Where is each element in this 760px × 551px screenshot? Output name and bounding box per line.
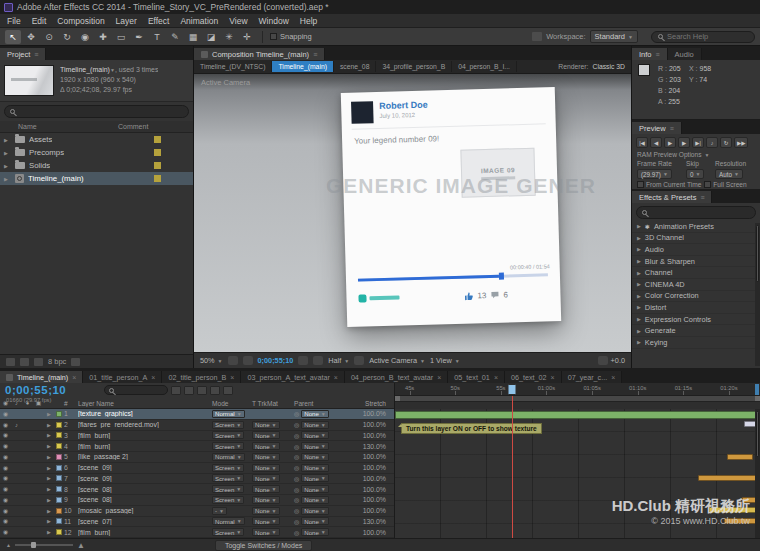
video-switch[interactable]: ◉ [0,443,11,449]
timeline-tracks-area[interactable]: 45s50s55s01:00s01:05s01:10s01:15s01:20s … [394,383,760,538]
exposure-value[interactable]: +0.0 [611,356,625,365]
label-color-chip[interactable] [56,518,62,524]
close-icon[interactable]: × [151,374,155,381]
parent-dropdown[interactable]: None▼ [301,421,329,429]
fx-category[interactable]: ▶Color Correction [632,291,760,303]
comp-tab[interactable]: scene_08 [334,61,376,72]
pickwhip-icon[interactable]: ◎ [294,464,299,471]
timeline-tab[interactable]: 03_person_A_text_avatar× [241,371,344,383]
first-frame-button[interactable]: |◀ [636,137,648,148]
panel-menu-icon[interactable]: ≡ [34,51,38,58]
pickwhip-icon[interactable]: ◎ [294,443,299,450]
magnification-dropdown[interactable]: 50% ▼ [200,356,223,365]
close-icon[interactable]: × [551,374,555,381]
fx-category[interactable]: ▶CINEMA 4D [632,279,760,291]
parent-dropdown[interactable]: None▼ [301,453,329,461]
menu-window[interactable]: Window [259,16,289,26]
parent-dropdown[interactable]: None▼ [301,528,329,536]
layer-name[interactable]: [film_burn] [78,432,212,439]
pan-behind-tool[interactable]: ✚ [95,30,111,44]
tab-effects-presets[interactable]: Effects & Presets ≡ [632,191,712,203]
hand-tool[interactable]: ✥ [23,30,39,44]
timeline-tab[interactable]: Timeline_(main)× [0,371,83,383]
zoom-tool[interactable]: ⊙ [41,30,57,44]
video-switch[interactable]: ◉ [0,486,11,492]
layer-name[interactable]: [scene_08] [78,496,212,503]
trkmat-dropdown[interactable]: None▼ [252,464,280,472]
twirl-icon[interactable]: ▶ [44,486,54,492]
project-item[interactable]: ▶Solids [0,159,193,172]
mode-dropdown[interactable]: Screen▼ [212,528,244,536]
from-current-time-checkbox[interactable] [637,181,644,188]
layer-name[interactable]: [scene_07] [78,518,212,525]
pickwhip-icon[interactable]: ◎ [294,496,299,503]
layer-name[interactable]: [scene_09] [78,464,212,471]
viewer-timecode[interactable]: 0;00;55;10 [258,356,294,365]
label-color-chip[interactable] [56,497,62,503]
parent-dropdown[interactable]: None▼ [301,496,329,504]
region-of-interest-icon[interactable] [354,356,364,365]
pen-tool[interactable]: ✒ [131,30,147,44]
zoom-slider-knob[interactable] [31,542,36,548]
label-color-chip[interactable] [154,136,161,143]
project-search-input[interactable] [19,107,183,116]
layer-duration-bar[interactable] [395,411,760,419]
scrollbar-thumb[interactable] [756,411,759,457]
time-ruler[interactable]: 45s50s55s01:00s01:05s01:10s01:15s01:20s [395,383,760,396]
twirl-icon[interactable]: ▶ [4,150,11,156]
stretch-value[interactable]: 100.0% [350,486,394,493]
ram-preview-button[interactable]: ▶▶ [734,137,748,148]
loop-button[interactable]: ↻ [720,137,732,148]
next-frame-button[interactable]: ▶ [678,137,690,148]
layer-row[interactable]: ◉▶12[film_burn]Screen▼None▼◎None▼100.0% [0,527,394,538]
panel-menu-icon[interactable]: ≡ [700,194,704,201]
video-switch[interactable]: ◉ [0,432,11,438]
twirl-icon[interactable]: ▶ [44,443,54,449]
panel-menu-icon[interactable]: ≡ [313,51,317,58]
twirl-icon[interactable]: ▶ [637,281,641,287]
layer-name[interactable]: [like_passage 2] [78,453,212,460]
resolution-dropdown[interactable]: Half ▼ [328,356,349,365]
pickwhip-icon[interactable]: ◎ [294,453,299,460]
new-folder-icon[interactable] [20,358,29,366]
trkmat-dropdown[interactable]: None▼ [252,421,280,429]
menu-effect[interactable]: Effect [148,16,170,26]
selection-tool[interactable]: ↖ [5,30,21,44]
label-color-chip[interactable] [56,411,62,417]
layer-row[interactable]: ◉▶11[scene_07]Normal▼None▼◎None▼130.0% [0,517,394,528]
rotation-tool[interactable]: ↻ [59,30,75,44]
mode-dropdown[interactable]: Screen▼ [212,474,244,482]
twirl-icon[interactable]: ▶ [637,304,641,310]
twirl-icon[interactable]: ▶ [637,316,641,322]
grid-options-icon[interactable] [228,356,238,365]
play-button[interactable]: ▶ [664,137,676,148]
layer-duration-bar[interactable] [727,454,753,460]
previous-frame-button[interactable]: ◀ [650,137,662,148]
mode-dropdown[interactable]: Screen▼ [212,442,244,450]
video-switch[interactable]: ◉ [0,518,11,524]
twirl-icon[interactable]: ▶ [637,328,641,334]
timeline-zoom-control[interactable]: ▲ ▲ [6,541,85,550]
help-search-input[interactable] [667,32,748,41]
draft-3d-icon[interactable] [184,386,194,395]
tab-project[interactable]: Project ≡ [0,48,46,60]
comp-tab[interactable]: 04_person_B_I... [452,61,517,72]
view-layout-dropdown[interactable]: 1 View ▼ [430,356,460,365]
scrollbar-thumb[interactable] [756,225,759,282]
label-color-chip[interactable] [56,465,62,471]
trkmat-dropdown[interactable]: None▼ [252,431,280,439]
twirl-icon[interactable]: ▶ [44,497,54,503]
label-color-chip[interactable] [56,475,62,481]
mode-dropdown[interactable]: Screen▼ [212,485,244,493]
clone-stamp-tool[interactable]: ▦ [185,30,201,44]
pickwhip-icon[interactable]: ◎ [294,410,299,417]
type-tool[interactable]: T [149,30,165,44]
pickwhip-icon[interactable]: ◎ [294,486,299,493]
mode-dropdown[interactable]: Screen▼ [212,431,244,439]
eraser-tool[interactable]: ◪ [203,30,219,44]
close-icon[interactable]: × [334,374,338,381]
stretch-value[interactable]: 100.0% [350,421,394,428]
parent-dropdown[interactable]: None▼ [301,464,329,472]
project-search[interactable] [4,105,189,118]
last-frame-button[interactable]: ▶| [692,137,704,148]
